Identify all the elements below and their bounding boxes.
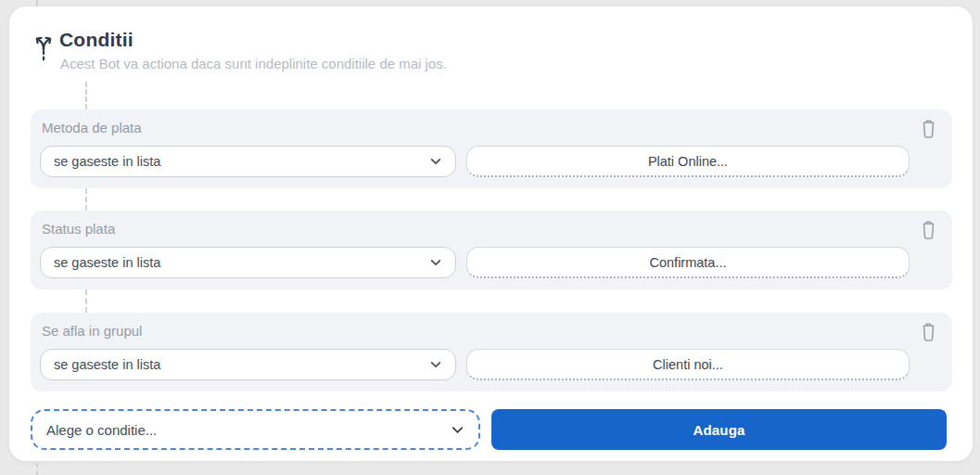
panel-subtitle: Acest Bot va actiona daca sunt indeplini… [60, 56, 447, 71]
add-condition-button[interactable]: Adauga [491, 409, 947, 450]
operator-select[interactable]: se gaseste in lista [40, 247, 456, 278]
operator-selected-value: se gaseste in lista [41, 154, 429, 169]
flow-connector-bottom [36, 463, 38, 475]
operator-select[interactable]: se gaseste in lista [40, 146, 456, 177]
condition-type-placeholder: Alege o conditie... [32, 422, 451, 438]
condition-card: Metoda de plata se gaseste in lista Plat… [31, 109, 952, 188]
operator-selected-value: se gaseste in lista [41, 255, 429, 270]
condition-value-button[interactable]: Plati Online... [466, 146, 910, 177]
chevron-down-icon [429, 256, 455, 269]
condition-label: Status plata [42, 221, 115, 237]
trash-icon [919, 321, 938, 346]
condition-label: Metoda de plata [42, 120, 142, 135]
chevron-down-icon [429, 155, 455, 168]
delete-condition-button[interactable] [916, 117, 940, 143]
condition-label: Se afla in grupul [42, 323, 142, 339]
panel-title: Conditii [59, 29, 134, 51]
operator-selected-value: se gaseste in lista [41, 357, 429, 372]
condition-type-select[interactable]: Alege o conditie... [31, 409, 480, 450]
add-condition-row: Alege o conditie... Adauga [31, 409, 952, 450]
chevron-down-icon [451, 423, 478, 437]
condition-connector [85, 82, 87, 109]
conditions-panel: Conditii Acest Bot va actiona daca sunt … [9, 6, 973, 461]
delete-condition-button[interactable] [916, 320, 940, 346]
condition-card: Status plata se gaseste in lista Confirm… [31, 211, 952, 289]
delete-condition-button[interactable] [916, 218, 940, 244]
branch-split-icon [31, 30, 57, 61]
chevron-down-icon [429, 358, 455, 371]
condition-value-button[interactable]: Clienti noi... [466, 349, 910, 380]
condition-connector [85, 289, 87, 313]
condition-card: Se afla in grupul se gaseste in lista Cl… [31, 313, 952, 392]
condition-value-button[interactable]: Confirmata... [466, 247, 910, 278]
trash-icon [919, 219, 938, 244]
operator-select[interactable]: se gaseste in lista [40, 349, 456, 380]
trash-icon [919, 118, 938, 143]
condition-connector [85, 188, 87, 211]
